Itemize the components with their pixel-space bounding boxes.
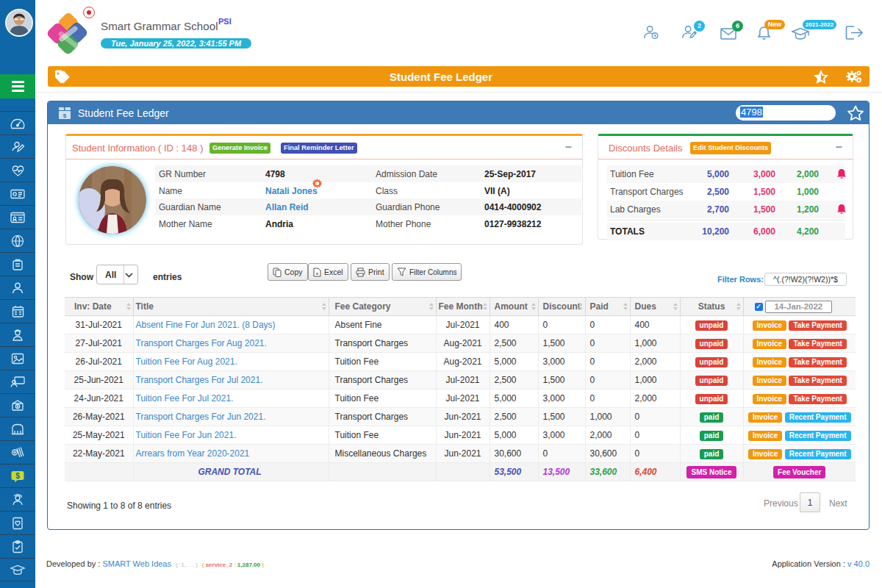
svg-text:$: $ (63, 112, 67, 119)
svg-text:$: $ (15, 472, 20, 480)
